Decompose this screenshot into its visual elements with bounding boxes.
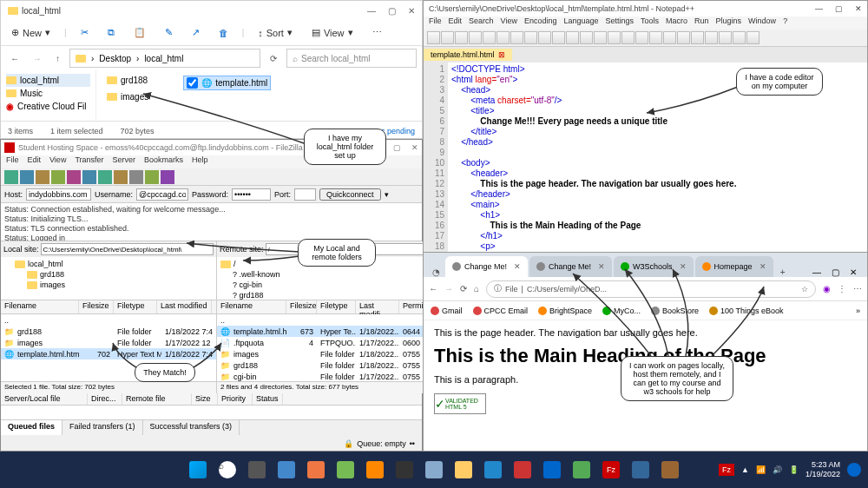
local-site-input[interactable] [41,243,214,255]
menu-help[interactable]: ? [783,16,787,30]
tb-icon[interactable] [538,31,551,44]
tab-close-icon[interactable]: ✕ [598,262,605,271]
forward-icon[interactable]: → [444,284,453,293]
bookmark-cpcc[interactable]: CPCC Email [473,307,529,315]
user-input[interactable] [136,188,188,201]
tb-icon[interactable] [691,31,704,44]
bookmark-bookstore[interactable]: BookStore [651,307,699,315]
bookmarks-overflow-icon[interactable]: » [856,307,860,315]
file-template[interactable]: 🌐template.html [183,76,271,90]
tab-template[interactable]: template.html.html⊠ [424,49,512,61]
close-icon[interactable]: ✕ [850,267,857,277]
tb-icon[interactable] [469,31,482,44]
tab-close-icon[interactable]: ✕ [760,262,766,271]
search-icon[interactable]: ⌕ [214,457,240,483]
menu-transfer[interactable]: Transfer [75,155,103,168]
home-icon[interactable]: ⌂ [474,284,479,293]
app-icon[interactable] [657,457,683,483]
port-input[interactable] [294,188,316,201]
tb-icon[interactable] [608,31,621,44]
menu-plugins[interactable]: Plugins [716,16,742,30]
tb-icon[interactable] [746,31,760,44]
app-icon[interactable] [628,457,654,483]
menu-settings[interactable]: Settings [606,16,635,30]
pass-input[interactable] [232,188,271,201]
minimize-icon[interactable]: — [812,267,821,277]
tb-icon[interactable] [510,31,523,44]
tb-icon[interactable] [524,31,537,44]
menu-edit[interactable]: Edit [449,16,463,30]
app-icon[interactable] [510,457,536,483]
tab-close-icon[interactable]: ✕ [514,262,521,271]
address-bar[interactable]: ⓘ File | C:/Users/emily/OneD... ☆ [486,280,816,298]
tb-icon[interactable] [580,31,593,44]
tb-icon[interactable] [621,31,635,44]
app-icon[interactable] [332,457,358,483]
tb-icon[interactable] [649,31,662,44]
forward-icon[interactable]: → [29,52,46,65]
menu-run[interactable]: Run [694,16,709,30]
tray-icon[interactable]: Fz [719,464,734,476]
notifications-icon[interactable] [847,463,861,477]
tb-icon[interactable] [719,31,732,44]
bookmark-myco[interactable]: MyCo... [602,307,641,315]
maximize-icon[interactable]: ▢ [835,4,843,13]
menu-view[interactable]: View [501,16,517,30]
copy-icon[interactable]: ⧉ [102,24,120,41]
wifi-icon[interactable]: 📶 [756,465,766,474]
history-icon[interactable]: ◔ [427,267,445,277]
tb-icon[interactable] [552,31,565,44]
tray-icon[interactable]: ▲ [741,465,749,474]
quickconnect-dropdown-icon[interactable]: ▾ [385,190,389,199]
sidebar-item-local-html[interactable]: local_html [6,74,90,87]
back-icon[interactable]: ← [6,52,23,65]
tb-icon[interactable] [114,170,128,184]
tb-icon[interactable] [677,31,690,44]
back-icon[interactable]: ← [429,284,437,293]
host-input[interactable] [26,188,91,201]
menu-window[interactable]: Window [748,16,776,30]
up-icon[interactable]: ↑ [51,52,64,65]
task-view-icon[interactable] [244,457,270,483]
tb-icon[interactable] [36,170,49,184]
quickconnect-button[interactable]: Quickconnect [319,188,381,201]
explorer-icon[interactable] [450,457,477,483]
menu-language[interactable]: Language [563,16,598,30]
sort-button[interactable]: ↕ Sort ▾ [253,24,298,41]
tb-icon[interactable] [427,31,440,44]
tb-icon[interactable] [496,31,510,44]
minimize-icon[interactable]: — [367,6,376,16]
close-icon[interactable]: ✕ [411,143,418,152]
menu-search[interactable]: Search [469,16,494,30]
rename-icon[interactable]: ✎ [160,24,178,41]
battery-icon[interactable]: 🔋 [789,465,799,474]
paste-icon[interactable]: 📋 [128,24,151,41]
tab-close-icon[interactable]: ⊠ [498,50,505,59]
ext-icon[interactable]: ◉ [823,284,831,293]
app-icon[interactable] [303,457,329,483]
tb-icon[interactable] [98,170,112,184]
tb-icon[interactable] [82,170,96,184]
menu-view[interactable]: View [49,155,66,168]
sidebar-item-cc[interactable]: ◉Creative Cloud Fil [6,100,90,113]
app-icon[interactable] [480,457,506,483]
sidebar-item-music[interactable]: Music [6,87,90,100]
tb-icon[interactable] [51,170,65,184]
tb-icon[interactable] [663,31,676,44]
maximize-icon[interactable]: ▢ [393,143,401,152]
tb-icon[interactable] [20,170,34,184]
tb-icon[interactable] [594,31,607,44]
tb-icon[interactable] [733,31,746,44]
folder-images[interactable]: images [107,92,148,102]
tab-success[interactable]: Successful transfers (3) [143,420,240,435]
menu-help[interactable]: Help [192,155,208,168]
app-icon[interactable] [421,457,447,483]
app-icon[interactable] [391,457,418,483]
close-icon[interactable]: ✕ [408,6,415,16]
app-icon[interactable] [569,457,595,483]
app-icon[interactable] [539,457,565,483]
search-input[interactable]: ⌕ Search local_html [286,49,417,68]
minimize-icon[interactable]: — [815,4,823,13]
tb-icon[interactable] [67,170,81,184]
close-icon[interactable]: ✕ [855,4,862,13]
